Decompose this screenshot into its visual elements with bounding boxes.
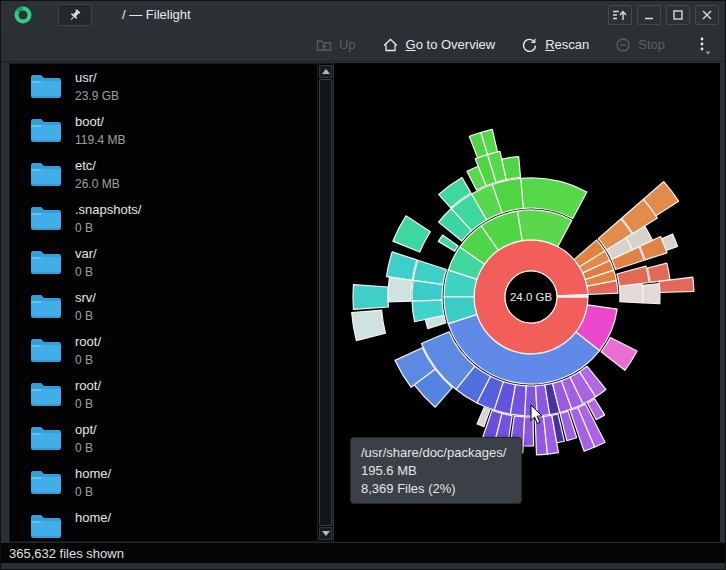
list-item[interactable]: root/ 0 B	[10, 372, 317, 416]
folder-size: 0 B	[75, 309, 93, 323]
list-item[interactable]: home/	[10, 504, 317, 542]
up-button: Up	[316, 37, 356, 53]
folder-icon	[29, 379, 63, 408]
folder-up-icon	[316, 37, 332, 53]
folder-name: boot/	[75, 114, 104, 129]
statusbar-text: 365,632 files shown	[9, 546, 124, 561]
arrow-up-icon	[322, 69, 330, 74]
folder-name: etc/	[75, 158, 96, 173]
folder-icon	[29, 467, 63, 496]
list-item[interactable]: etc/ 26.0 MB	[10, 152, 317, 196]
folder-icon	[29, 159, 63, 188]
folder-name: var/	[75, 246, 97, 261]
folder-name: opt/	[75, 422, 97, 437]
folder-size: 0 B	[75, 397, 93, 411]
pushpin-icon	[68, 8, 82, 22]
folder-icon	[29, 247, 63, 276]
folder-icon	[29, 423, 63, 452]
folder-icon	[29, 203, 63, 232]
titlebar[interactable]: / — Filelight	[1, 1, 725, 28]
folder-size: 0 B	[75, 441, 93, 455]
scrollbar-thumb[interactable]	[319, 79, 332, 526]
folder-icon	[29, 511, 63, 540]
home-icon	[382, 37, 399, 53]
stop-label: Stop	[638, 37, 665, 52]
list-scrollbar[interactable]	[317, 64, 332, 541]
stop-button: Stop	[615, 37, 665, 53]
statusbar: 365,632 files shown	[1, 542, 725, 563]
rescan-button[interactable]: Rescan	[521, 37, 589, 53]
arrow-down-icon	[322, 531, 330, 536]
refresh-icon	[521, 37, 538, 53]
folder-size: 26.0 MB	[75, 177, 120, 191]
up-label: Up	[339, 37, 356, 52]
list-item[interactable]: home/ 0 B	[10, 460, 317, 504]
folder-size: 0 B	[75, 485, 93, 499]
folder-size: 23.9 GB	[75, 89, 119, 103]
keep-above-icon	[612, 8, 628, 22]
folder-list-panel: usr/ 23.9 GB boot/ 119.4 MB etc/ 26.0 MB…	[9, 63, 333, 542]
stop-icon	[615, 37, 631, 53]
folder-icon	[29, 335, 63, 364]
folder-icon	[29, 291, 63, 320]
folder-name: home/	[75, 510, 111, 525]
folder-list: usr/ 23.9 GB boot/ 119.4 MB etc/ 26.0 MB…	[10, 64, 317, 541]
maximize-button[interactable]	[666, 5, 690, 25]
folder-size: 0 B	[75, 353, 93, 367]
folder-name: home/	[75, 466, 111, 481]
filelight-window: / — Filelight	[0, 0, 726, 570]
mouse-cursor	[530, 404, 544, 425]
scroll-up-button[interactable]	[319, 65, 332, 78]
list-item[interactable]: root/ 0 B	[10, 328, 317, 372]
folder-icon	[29, 71, 63, 100]
rescan-label: Rescan	[545, 37, 589, 52]
folder-icon	[29, 115, 63, 144]
toolbar: Up Go to Overview Rescan Stop	[1, 28, 725, 62]
list-item[interactable]: var/ 0 B	[10, 240, 317, 284]
radial-map[interactable]: 24.0 GB /usr/share/doc/packages/ 195.6 M…	[334, 63, 720, 542]
close-icon	[701, 9, 713, 21]
pin-button[interactable]	[58, 4, 92, 26]
maximize-icon	[672, 9, 684, 21]
overflow-menu-button[interactable]	[691, 35, 711, 55]
keep-above-button[interactable]	[608, 5, 632, 25]
minimize-icon	[643, 9, 655, 21]
center-total-label: 24.0 GB	[510, 291, 553, 303]
folder-size: 119.4 MB	[75, 133, 125, 147]
list-item[interactable]: .snapshots/ 0 B	[10, 196, 317, 240]
list-item[interactable]: boot/ 119.4 MB	[10, 108, 317, 152]
go-to-overview-label: Go to Overview	[406, 37, 496, 52]
scroll-down-button[interactable]	[319, 527, 332, 540]
folder-size: 0 B	[75, 221, 93, 235]
list-item[interactable]: opt/ 0 B	[10, 416, 317, 460]
window-frame-bottom	[1, 563, 725, 570]
minimize-button[interactable]	[637, 5, 661, 25]
folder-name: root/	[75, 334, 101, 349]
content-area: usr/ 23.9 GB boot/ 119.4 MB etc/ 26.0 MB…	[1, 63, 726, 542]
folder-name: srv/	[75, 290, 96, 305]
folder-size: 0 B	[75, 265, 93, 279]
window-title: / — Filelight	[122, 7, 191, 22]
tooltip-files: 8,369 Files (2%)	[361, 480, 511, 498]
list-item[interactable]: usr/ 23.9 GB	[10, 64, 317, 108]
segment-tooltip: /usr/share/doc/packages/ 195.6 MB 8,369 …	[350, 437, 522, 504]
folder-name: .snapshots/	[75, 202, 142, 217]
folder-name: root/	[75, 378, 101, 393]
overflow-menu-icon	[697, 35, 711, 55]
go-to-overview-button[interactable]: Go to Overview	[382, 37, 496, 53]
folder-name: usr/	[75, 70, 97, 85]
filelight-app-icon	[14, 6, 32, 24]
tooltip-path: /usr/share/doc/packages/	[361, 444, 511, 462]
list-item[interactable]: srv/ 0 B	[10, 284, 317, 328]
tooltip-size: 195.6 MB	[361, 462, 511, 480]
close-button[interactable]	[695, 5, 719, 25]
